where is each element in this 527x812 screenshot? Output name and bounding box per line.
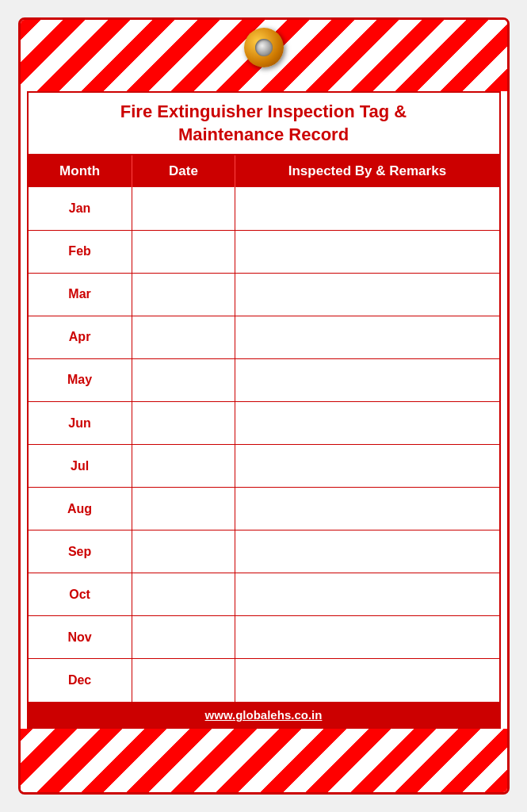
month-cell: Oct — [29, 573, 132, 616]
table-row: May — [29, 358, 499, 401]
remarks-cell[interactable] — [235, 530, 499, 573]
bottom-hazard-stripe — [21, 729, 507, 792]
date-cell[interactable] — [132, 616, 235, 659]
month-cell: Apr — [29, 316, 132, 358]
month-cell: Feb — [29, 230, 132, 273]
table-row: Mar — [29, 273, 499, 316]
pin-inner — [255, 39, 273, 56]
month-cell: Jan — [29, 187, 132, 230]
remarks-cell[interactable] — [235, 402, 499, 445]
remarks-cell[interactable] — [235, 616, 499, 659]
month-cell: May — [29, 358, 132, 401]
date-cell[interactable] — [132, 358, 235, 401]
date-cell[interactable] — [132, 659, 235, 702]
date-cell[interactable] — [132, 230, 235, 273]
month-cell: Jul — [29, 445, 132, 488]
month-cell: Mar — [29, 273, 132, 316]
date-cell[interactable] — [132, 402, 235, 445]
month-cell: Jun — [29, 402, 132, 445]
col-remarks: Inspected By & Remarks — [235, 155, 499, 187]
date-cell[interactable] — [132, 488, 235, 530]
month-cell: Sep — [29, 530, 132, 573]
remarks-cell[interactable] — [235, 358, 499, 401]
date-cell[interactable] — [132, 445, 235, 488]
table-row: Oct — [29, 573, 499, 616]
inspection-table-section: Month Date Inspected By & Remarks Jan Fe… — [27, 155, 501, 703]
pin-outer — [244, 28, 284, 67]
date-cell[interactable] — [132, 316, 235, 358]
table-row: Jan — [29, 187, 499, 230]
date-cell[interactable] — [132, 530, 235, 573]
month-cell: Nov — [29, 616, 132, 659]
table-row: Jun — [29, 402, 499, 445]
table-row: Apr — [29, 316, 499, 358]
table-row: Sep — [29, 530, 499, 573]
remarks-cell[interactable] — [235, 316, 499, 358]
remarks-cell[interactable] — [235, 187, 499, 230]
table-row: Aug — [29, 488, 499, 530]
inspection-table: Month Date Inspected By & Remarks Jan Fe… — [29, 155, 499, 702]
remarks-cell[interactable] — [235, 488, 499, 530]
table-row: Nov — [29, 616, 499, 659]
table-row: Jul — [29, 445, 499, 488]
inspection-card: Fire Extinguisher Inspection Tag & Maint… — [18, 17, 510, 795]
footer-url-bar: www.globalehs.co.in — [27, 703, 501, 729]
remarks-cell[interactable] — [235, 573, 499, 616]
col-month: Month — [29, 155, 132, 187]
card-title: Fire Extinguisher Inspection Tag & Maint… — [40, 101, 487, 146]
date-cell[interactable] — [132, 573, 235, 616]
month-cell: Dec — [29, 659, 132, 702]
remarks-cell[interactable] — [235, 445, 499, 488]
table-row: Feb — [29, 230, 499, 273]
col-date: Date — [132, 155, 235, 187]
remarks-cell[interactable] — [235, 230, 499, 273]
remarks-cell[interactable] — [235, 659, 499, 702]
table-row: Dec — [29, 659, 499, 702]
month-cell: Aug — [29, 488, 132, 530]
website-link[interactable]: www.globalehs.co.in — [205, 708, 323, 722]
table-header-row: Month Date Inspected By & Remarks — [29, 155, 499, 187]
date-cell[interactable] — [132, 187, 235, 230]
title-section: Fire Extinguisher Inspection Tag & Maint… — [27, 91, 501, 155]
hanging-pin — [244, 28, 284, 67]
date-cell[interactable] — [132, 273, 235, 316]
top-hazard-stripe — [21, 20, 507, 91]
remarks-cell[interactable] — [235, 273, 499, 316]
